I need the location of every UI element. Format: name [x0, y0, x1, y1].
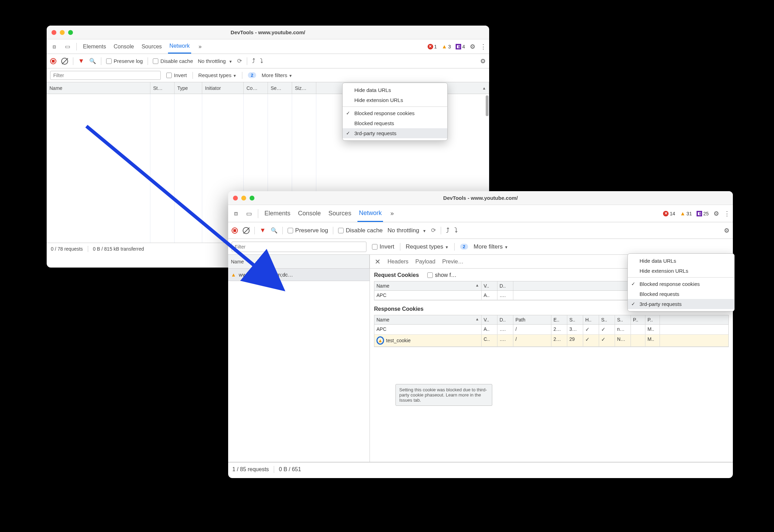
- warning-count[interactable]: ▲3: [442, 44, 451, 50]
- upload-har-icon[interactable]: ⤴: [446, 226, 449, 234]
- minimize-window-button[interactable]: [241, 196, 246, 200]
- minimize-window-button[interactable]: [60, 30, 65, 35]
- blocked-cookie-tooltip: Setting this cookie was blocked due to t…: [395, 384, 492, 406]
- tab-elements[interactable]: Elements: [263, 205, 292, 222]
- divider: [76, 43, 77, 50]
- preserve-log-checkbox[interactable]: Preserve log: [288, 227, 328, 234]
- devtools-window-2: DevTools - www.youtube.com/ ⧈ ▭ Elements…: [228, 191, 733, 478]
- filter-toggle-icon[interactable]: ▼: [78, 57, 84, 65]
- tab-sources[interactable]: Sources: [327, 205, 353, 222]
- tab-elements[interactable]: Elements: [82, 39, 108, 54]
- preserve-log-checkbox[interactable]: Preserve log: [106, 58, 143, 64]
- filter-toggle-icon[interactable]: ▼: [260, 227, 266, 234]
- search-icon[interactable]: 🔍: [89, 58, 96, 64]
- panel-tabs: ⧈ ▭ Elements Console Sources Network » ✕…: [228, 205, 733, 222]
- scrollbar[interactable]: [486, 95, 488, 116]
- invert-checkbox[interactable]: Invert: [166, 72, 187, 78]
- record-button[interactable]: [232, 227, 238, 234]
- col-status[interactable]: St…: [150, 82, 175, 94]
- col-co[interactable]: Co…: [244, 82, 268, 94]
- menu-separator: [628, 277, 734, 278]
- more-filters-menu: Hide data URLs Hide extension URLs ✓Bloc…: [342, 83, 448, 141]
- col-name[interactable]: Name: [228, 255, 370, 268]
- status-bar: 1 / 85 requests 0 B / 651: [228, 462, 733, 476]
- throttle-select[interactable]: No throttling ▼: [198, 58, 232, 64]
- menu-blocked-response-cookies[interactable]: ✓Blocked response cookies: [628, 279, 734, 289]
- maximize-window-button[interactable]: [250, 196, 254, 200]
- issues-count[interactable]: ◧25: [697, 211, 709, 216]
- tab-console[interactable]: Console: [297, 205, 322, 222]
- more-menu-icon[interactable]: ⋮: [724, 210, 729, 217]
- request-row[interactable]: ▲ www.youtube.com;dc…: [228, 269, 370, 281]
- tab-sources[interactable]: Sources: [140, 39, 163, 54]
- show-filtered-checkbox[interactable]: show f…: [427, 272, 456, 278]
- error-count[interactable]: ✕1: [428, 44, 437, 49]
- record-button[interactable]: [50, 58, 56, 64]
- network-conditions-icon[interactable]: ⟳: [431, 227, 436, 234]
- tab-headers[interactable]: Headers: [388, 259, 408, 265]
- menu-blocked-requests[interactable]: Blocked requests: [628, 289, 734, 299]
- tab-network[interactable]: Network: [357, 205, 383, 222]
- table-row-blocked[interactable]: ▲ test_cookie C.. …. / 2… 29 ✓ ✓ N… M..: [374, 335, 728, 347]
- close-window-button[interactable]: [52, 30, 56, 35]
- network-toolbar: ▼ 🔍 Preserve log Disable cache No thrott…: [228, 222, 733, 239]
- menu-3rd-party-requests[interactable]: ✓3rd-party requests: [628, 299, 734, 309]
- more-filters-dropdown[interactable]: More filters ▼: [262, 72, 292, 78]
- network-settings-icon[interactable]: ⚙: [724, 227, 729, 234]
- issues-count[interactable]: ◧4: [456, 44, 465, 49]
- tab-payload[interactable]: Payload: [415, 259, 435, 265]
- disable-cache-checkbox[interactable]: Disable cache: [153, 58, 193, 64]
- response-cookies-table: Name▲ V.. D.. Path E.. S.. H.. S.. S.. P…: [374, 315, 729, 347]
- menu-hide-data-urls[interactable]: Hide data URLs: [343, 85, 447, 95]
- inspect-icon[interactable]: ⧈: [232, 210, 240, 217]
- error-count[interactable]: ✕14: [663, 211, 675, 216]
- col-size[interactable]: Siz…: [292, 82, 316, 94]
- col-type[interactable]: Type: [175, 82, 202, 94]
- tab-preview[interactable]: Previe…: [442, 259, 463, 265]
- warning-count[interactable]: ▲31: [680, 211, 692, 217]
- clear-button[interactable]: [61, 58, 68, 65]
- col-se[interactable]: Se…: [268, 82, 292, 94]
- menu-hide-data-urls[interactable]: Hide data URLs: [628, 256, 734, 266]
- network-conditions-icon[interactable]: ⟳: [237, 57, 242, 65]
- col-initiator[interactable]: Initiator: [202, 82, 244, 94]
- network-settings-icon[interactable]: ⚙: [480, 57, 486, 65]
- more-tabs-icon[interactable]: »: [196, 44, 204, 50]
- tab-network[interactable]: Network: [168, 39, 191, 54]
- more-filters-dropdown[interactable]: More filters ▼: [474, 243, 508, 250]
- more-tabs-icon[interactable]: »: [388, 210, 396, 217]
- menu-hide-extension-urls[interactable]: Hide extension URLs: [628, 266, 734, 276]
- settings-gear-icon[interactable]: ⚙: [470, 43, 475, 50]
- inspect-icon[interactable]: ⧈: [50, 44, 58, 50]
- device-toggle-icon[interactable]: ▭: [63, 43, 72, 50]
- search-icon[interactable]: 🔍: [271, 227, 278, 234]
- filter-input[interactable]: [232, 242, 366, 252]
- invert-checkbox[interactable]: Invert: [372, 243, 394, 250]
- close-detail-icon[interactable]: ✕: [375, 258, 381, 266]
- maximize-window-button[interactable]: [68, 30, 73, 35]
- throttle-select[interactable]: No throttling ▼: [388, 227, 426, 234]
- menu-blocked-requests[interactable]: Blocked requests: [343, 118, 447, 128]
- settings-gear-icon[interactable]: ⚙: [714, 210, 719, 217]
- request-types-dropdown[interactable]: Request types ▼: [198, 72, 237, 78]
- disable-cache-checkbox[interactable]: Disable cache: [338, 227, 383, 234]
- menu-hide-extension-urls[interactable]: Hide extension URLs: [343, 95, 447, 105]
- table-row[interactable]: APC A.. …. / 2… 3… ✓ ✓ n… M..: [374, 325, 728, 335]
- filter-input[interactable]: [50, 71, 161, 80]
- upload-har-icon[interactable]: ⤴: [252, 57, 255, 65]
- request-types-dropdown[interactable]: Request types ▼: [406, 243, 449, 250]
- device-toggle-icon[interactable]: ▭: [245, 210, 253, 217]
- close-window-button[interactable]: [233, 196, 238, 200]
- col-name[interactable]: Name: [47, 82, 150, 94]
- menu-blocked-response-cookies[interactable]: ✓Blocked response cookies: [343, 108, 447, 118]
- download-har-icon[interactable]: ⤵: [260, 57, 263, 65]
- menu-3rd-party-requests[interactable]: ✓3rd-party requests: [343, 128, 447, 138]
- clear-button[interactable]: [243, 227, 250, 234]
- status-requests: 1 / 85 requests: [232, 466, 269, 473]
- status-transfer: 0 B / 651: [279, 466, 301, 473]
- download-har-icon[interactable]: ⤵: [454, 226, 458, 234]
- status-requests: 0 / 78 requests: [51, 246, 83, 252]
- tab-console[interactable]: Console: [112, 39, 136, 54]
- more-menu-icon[interactable]: ⋮: [480, 43, 486, 50]
- titlebar: DevTools - www.youtube.com/: [228, 191, 733, 205]
